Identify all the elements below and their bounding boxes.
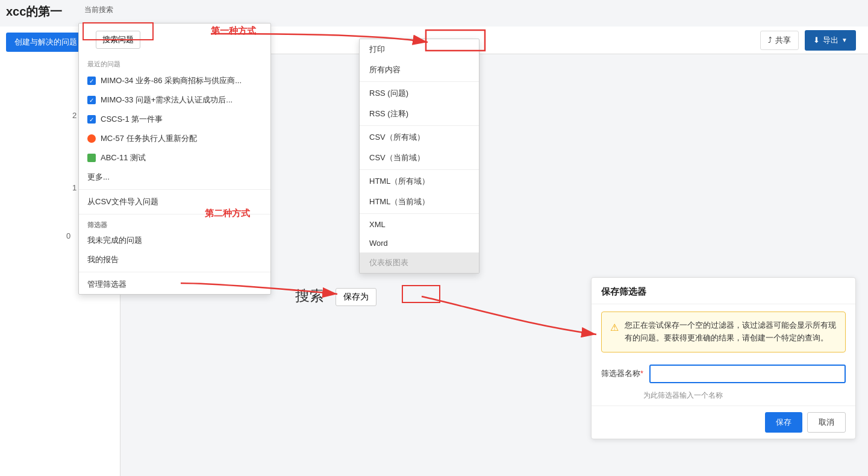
list-item[interactable]: CSCS-1 第一件事 <box>79 110 270 129</box>
more-button[interactable]: 更多... <box>79 168 270 187</box>
export-html-current[interactable]: HTML（当前域） <box>360 192 479 212</box>
chart-number-0: 0 <box>66 231 70 240</box>
divider <box>360 169 479 170</box>
divider <box>79 214 270 215</box>
chart-number-2: 2 <box>72 111 76 120</box>
export-html-all[interactable]: HTML（所有域） <box>360 171 479 192</box>
export-word[interactable]: Word <box>360 234 479 252</box>
filter-name-hint: 为此筛选器输入一个名称 <box>592 390 855 406</box>
chevron-down-icon: ▼ <box>841 37 848 43</box>
manage-filters[interactable]: 管理筛选器 <box>79 275 270 294</box>
export-dropdown: 打印 所有内容 RSS (问题) RSS (注释) CSV（所有域） CSV（当… <box>359 39 479 274</box>
save-as-button[interactable]: 保存为 <box>336 288 376 306</box>
item-text: ABC-11 测试 <box>101 152 146 163</box>
export-csv-all[interactable]: CSV（所有域） <box>360 127 479 148</box>
export-rss-comments[interactable]: RSS (注释) <box>360 104 479 124</box>
list-item[interactable]: MC-57 任务执行人重新分配 <box>79 129 270 148</box>
export-button[interactable]: ⬇ 导出 ▼ <box>805 30 856 51</box>
export-print[interactable]: 打印 <box>360 39 479 60</box>
filters-label: 筛选器 <box>79 217 270 231</box>
current-search-label: 当前搜索 <box>84 5 113 15</box>
filter-name-label: 筛选器名称* <box>601 368 643 379</box>
panel-footer: 保存 取消 <box>592 406 855 439</box>
orange-icon <box>87 134 96 143</box>
export-xml[interactable]: XML <box>360 215 479 234</box>
divider <box>79 272 270 272</box>
filter-name-input[interactable] <box>649 365 846 383</box>
my-reports[interactable]: 我的报告 <box>79 250 270 269</box>
item-text: CSCS-1 第一件事 <box>101 114 163 125</box>
divider <box>360 81 479 82</box>
search-label: 搜索 <box>295 287 324 304</box>
warning-text: 您正在尝试保存一个空的过滤器，该过滤器可能会显示所有现有的问题。要获得更准确的结… <box>625 319 837 345</box>
filter-name-row: 筛选器名称* <box>592 360 855 390</box>
required-mark: * <box>640 369 643 378</box>
green-icon <box>87 154 96 162</box>
checkbox-icon <box>87 96 96 104</box>
recent-label: 最近的问题 <box>79 55 270 71</box>
search-problem-button[interactable]: 搜索问题 <box>96 31 140 49</box>
list-item[interactable]: MIMO-34 业务-86 采购商招标与供应商... <box>79 71 270 90</box>
import-csv-button[interactable]: 从CSV文件导入问题 <box>79 192 270 211</box>
checkbox-icon <box>87 77 96 85</box>
cancel-button[interactable]: 取消 <box>807 412 846 433</box>
share-button[interactable]: ⤴ 共享 <box>760 31 799 50</box>
share-icon: ⤴ <box>768 36 772 45</box>
item-text: MC-57 任务执行人重新分配 <box>101 133 197 144</box>
share-label: 共享 <box>775 35 791 46</box>
warning-icon: ⚠ <box>610 320 619 345</box>
svg-rect-3 <box>402 286 440 302</box>
save-filter-title: 保存筛选器 <box>592 278 855 304</box>
export-all-content[interactable]: 所有内容 <box>360 60 479 80</box>
warning-box: ⚠ 您正在尝试保存一个空的过滤器，该过滤器可能会显示所有现有的问题。要获得更准确… <box>601 312 846 352</box>
export-rss-issues[interactable]: RSS (问题) <box>360 83 479 104</box>
list-item[interactable]: MIMO-33 问题+需求法人认证成功后... <box>79 90 270 110</box>
export-dashboard-chart[interactable]: 仪表板图表 <box>360 252 479 273</box>
divider <box>360 125 479 126</box>
divider <box>360 213 479 214</box>
item-text: MIMO-34 业务-86 采购商招标与供应商... <box>101 75 242 86</box>
divider <box>79 189 270 190</box>
export-label: 导出 <box>823 35 838 46</box>
export-csv-current[interactable]: CSV（当前域） <box>360 148 479 168</box>
list-item[interactable]: ABC-11 测试 <box>79 148 270 168</box>
app-title: xcc的第一 <box>6 4 62 20</box>
my-incomplete-issues[interactable]: 我未完成的问题 <box>79 231 270 250</box>
chart-number-1: 1 <box>72 183 76 192</box>
item-text: MIMO-33 问题+需求法人认证成功后... <box>101 95 233 105</box>
export-icon: ⬇ <box>813 36 820 45</box>
search-dropdown: 搜索问题 最近的问题 MIMO-34 业务-86 采购商招标与供应商... MI… <box>78 23 271 295</box>
save-filter-panel: 保存筛选器 ⚠ 您正在尝试保存一个空的过滤器，该过滤器可能会显示所有现有的问题。… <box>591 277 856 439</box>
checkbox-icon <box>87 115 96 124</box>
save-button[interactable]: 保存 <box>765 412 802 433</box>
search-area: 搜索 保存为 <box>295 286 376 306</box>
